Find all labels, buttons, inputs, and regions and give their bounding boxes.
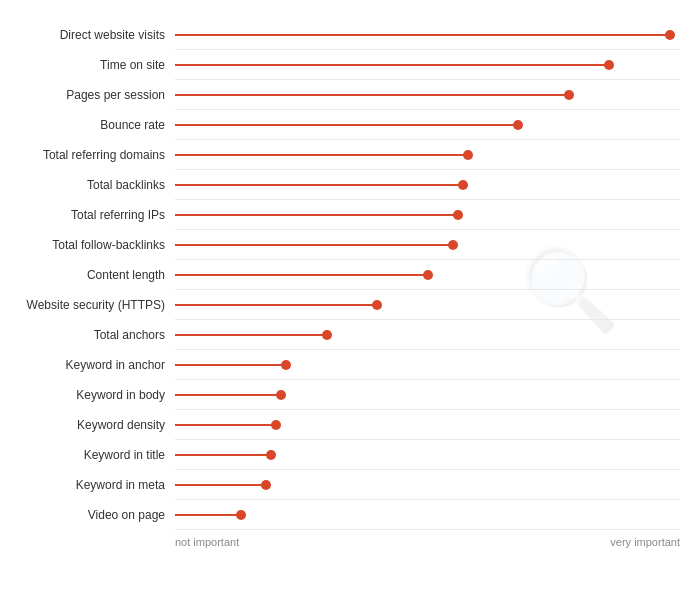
bar-area [175, 20, 680, 50]
row-label: Time on site [10, 58, 175, 72]
row-label: Total anchors [10, 328, 175, 342]
bar-area [175, 500, 680, 530]
row-label: Pages per session [10, 88, 175, 102]
axis-right-label: very important [610, 536, 680, 548]
row-label: Total referring domains [10, 148, 175, 162]
row-label: Keyword in body [10, 388, 175, 402]
rows-container: Direct website visitsTime on sitePages p… [10, 20, 680, 530]
chart-row: Content length [10, 260, 680, 290]
bar-dot [322, 330, 332, 340]
row-label: Keyword in title [10, 448, 175, 462]
chart-row: Total backlinks [10, 170, 680, 200]
bar-area [175, 410, 680, 440]
bar-line [175, 154, 468, 156]
bar-area [175, 80, 680, 110]
chart-row: Total referring IPs [10, 200, 680, 230]
bar-dot [604, 60, 614, 70]
bar-area [175, 170, 680, 200]
bar-dot [665, 30, 675, 40]
bar-line [175, 244, 453, 246]
bar-area [175, 260, 680, 290]
bar-line [175, 64, 609, 66]
chart-row: Keyword in title [10, 440, 680, 470]
bar-line [175, 334, 327, 336]
row-label: Keyword in anchor [10, 358, 175, 372]
bar-area [175, 230, 680, 260]
bar-dot [271, 420, 281, 430]
row-label: Total backlinks [10, 178, 175, 192]
row-label: Video on page [10, 508, 175, 522]
row-label: Direct website visits [10, 28, 175, 42]
bar-line [175, 214, 458, 216]
chart-row: Keyword density [10, 410, 680, 440]
bar-dot [423, 270, 433, 280]
bar-line [175, 484, 266, 486]
bar-dot [261, 480, 271, 490]
bar-line [175, 94, 569, 96]
bar-dot [513, 120, 523, 130]
chart-container: 🔍 Direct website visitsTime on sitePages… [0, 0, 700, 580]
row-label: Total follow-backlinks [10, 238, 175, 252]
bar-area [175, 50, 680, 80]
chart-row: Video on page [10, 500, 680, 530]
bar-line [175, 184, 463, 186]
bar-line [175, 394, 281, 396]
chart-row: Keyword in body [10, 380, 680, 410]
bar-line [175, 304, 377, 306]
bar-area [175, 350, 680, 380]
bar-dot [281, 360, 291, 370]
chart-row: Keyword in anchor [10, 350, 680, 380]
bar-area [175, 470, 680, 500]
row-label: Total referring IPs [10, 208, 175, 222]
chart-row: Total follow-backlinks [10, 230, 680, 260]
bar-line [175, 424, 276, 426]
row-label: Content length [10, 268, 175, 282]
chart-row: Total referring domains [10, 140, 680, 170]
chart-row: Website security (HTTPS) [10, 290, 680, 320]
row-label: Keyword in meta [10, 478, 175, 492]
bar-area [175, 380, 680, 410]
bar-line [175, 34, 670, 36]
bar-line [175, 124, 518, 126]
bar-line [175, 514, 241, 516]
bar-area [175, 200, 680, 230]
chart-row: Pages per session [10, 80, 680, 110]
row-label: Bounce rate [10, 118, 175, 132]
bar-dot [236, 510, 246, 520]
bar-line [175, 274, 428, 276]
bar-area [175, 440, 680, 470]
row-label: Website security (HTTPS) [10, 298, 175, 312]
bar-dot [266, 450, 276, 460]
axis-labels: not important very important [10, 530, 680, 548]
chart-row: Bounce rate [10, 110, 680, 140]
bar-line [175, 364, 286, 366]
bar-dot [372, 300, 382, 310]
chart-row: Direct website visits [10, 20, 680, 50]
bar-dot [458, 180, 468, 190]
chart-row: Total anchors [10, 320, 680, 350]
bar-dot [564, 90, 574, 100]
chart-row: Time on site [10, 50, 680, 80]
bar-line [175, 454, 271, 456]
bar-area [175, 110, 680, 140]
bar-dot [463, 150, 473, 160]
bar-dot [453, 210, 463, 220]
chart-row: Keyword in meta [10, 470, 680, 500]
bar-dot [448, 240, 458, 250]
bar-dot [276, 390, 286, 400]
axis-left-label: not important [175, 536, 239, 548]
bar-area [175, 140, 680, 170]
bar-area [175, 320, 680, 350]
row-label: Keyword density [10, 418, 175, 432]
bar-area [175, 290, 680, 320]
